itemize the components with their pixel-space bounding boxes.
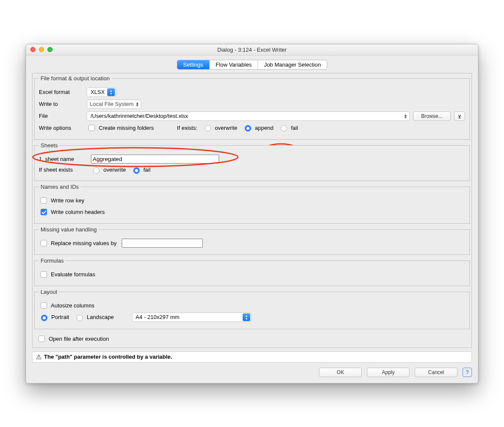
- write-options-label: Write options: [39, 125, 82, 131]
- sheet-name-input[interactable]: [91, 155, 219, 164]
- apply-button[interactable]: Apply: [367, 368, 410, 377]
- evaluate-formulas-label: Evaluate formulas: [51, 271, 95, 278]
- create-missing-checkbox[interactable]: Create missing folders: [87, 123, 154, 132]
- replace-missing-checkbox[interactable]: Replace missing values by: [39, 239, 117, 248]
- browse-button[interactable]: Browse...: [413, 111, 451, 121]
- if-exists-overwrite[interactable]: overwrite: [202, 124, 237, 132]
- if-exists-append[interactable]: append: [243, 124, 273, 132]
- dialog-buttons: OK Apply Cancel ?: [26, 365, 478, 383]
- evaluate-formulas-checkbox[interactable]: Evaluate formulas: [39, 270, 95, 279]
- if-exists-append-label: append: [255, 125, 273, 131]
- replace-missing-input[interactable]: [122, 239, 203, 248]
- excel-format-label: Excel format: [39, 89, 82, 95]
- write-row-key-label: Write row key: [51, 197, 85, 204]
- group-missing-legend: Missing value handling: [39, 226, 99, 233]
- write-to-label: Write to: [39, 101, 82, 107]
- sheet-name-label: 1. sheet name: [39, 156, 86, 162]
- excel-format-value: XLSX: [91, 89, 105, 95]
- autosize-label: Autosize columns: [51, 302, 94, 309]
- file-label: File: [39, 113, 82, 119]
- excel-format-select[interactable]: XLSX ▴▾: [87, 88, 116, 97]
- if-exists-overwrite-label: overwrite: [215, 125, 237, 131]
- group-file-format-legend: File format & output location: [39, 75, 111, 82]
- group-sheets-legend: Sheets: [39, 142, 59, 149]
- tab-flow-variables[interactable]: Flow Variables: [210, 60, 258, 69]
- chevron-updown-icon: ▴▾: [136, 102, 138, 107]
- sheet-fail-label: fail: [144, 167, 151, 173]
- group-names-legend: Names and IDs: [39, 184, 81, 190]
- chevron-updown-icon: ▴▾: [243, 313, 250, 321]
- variable-button[interactable]: V: [454, 111, 465, 121]
- replace-missing-label: Replace missing values by: [51, 240, 117, 246]
- open-after-label: Open file after execution: [49, 336, 109, 342]
- sheet-fail-radio[interactable]: fail: [131, 166, 151, 174]
- if-exists-label: If exists:: [177, 125, 197, 131]
- open-after-checkbox[interactable]: Open file after execution: [37, 334, 109, 343]
- paper-size-value: A4 - 210x297 mm: [136, 314, 180, 320]
- if-exists-fail-label: fail: [291, 125, 298, 131]
- chevron-updown-icon: ▴▾: [107, 88, 115, 96]
- dialog-window: Dialog - 3:124 - Excel Writer Settings F…: [26, 44, 478, 383]
- group-layout: Layout Autosize columns Portrait Landsca…: [34, 289, 470, 329]
- group-formulas: Formulas Evaluate formulas: [34, 257, 470, 286]
- sheet-overwrite-radio[interactable]: overwrite: [91, 166, 126, 174]
- titlebar: Dialog - 3:124 - Excel Writer: [26, 44, 478, 56]
- group-file-format: File format & output location Excel form…: [34, 75, 470, 140]
- write-to-value: Local File System: [90, 101, 134, 107]
- cancel-button[interactable]: Cancel: [415, 368, 457, 377]
- landscape-label: Landscape: [87, 314, 114, 320]
- group-layout-legend: Layout: [39, 289, 59, 295]
- file-path-combo[interactable]: /Users/kathrinmelcher/Desktop/test.xlsx …: [87, 111, 410, 121]
- group-formulas-legend: Formulas: [39, 257, 65, 264]
- if-sheet-exists-label: If sheet exists: [39, 167, 86, 173]
- write-row-key-checkbox[interactable]: Write row key: [39, 196, 85, 205]
- status-bar: ⚠ The "path" parameter is controlled by …: [32, 351, 472, 363]
- write-col-headers-label: Write column headers: [51, 209, 105, 215]
- create-missing-label: Create missing folders: [99, 125, 154, 131]
- paper-size-select[interactable]: A4 - 210x297 mm ▴▾: [132, 313, 252, 322]
- group-sheets: Sheets 1. sheet name If sheet exists ove…: [34, 142, 470, 181]
- settings-panel: File format & output location Excel form…: [32, 73, 472, 348]
- landscape-radio[interactable]: Landscape: [74, 313, 114, 321]
- write-col-headers-checkbox[interactable]: Write column headers: [39, 208, 105, 216]
- portrait-radio[interactable]: Portrait: [39, 313, 69, 321]
- warning-icon: ⚠: [36, 353, 41, 361]
- group-missing: Missing value handling Replace missing v…: [34, 226, 470, 255]
- portrait-label: Portrait: [51, 314, 69, 320]
- group-names: Names and IDs Write row key Write column…: [34, 184, 470, 224]
- file-path-value: /Users/kathrinmelcher/Desktop/test.xlsx: [91, 113, 188, 119]
- autosize-checkbox[interactable]: Autosize columns: [39, 301, 94, 310]
- tab-settings[interactable]: Settings: [177, 60, 210, 69]
- tab-bar: Settings Flow Variables Job Manager Sele…: [26, 56, 478, 73]
- tab-job-manager[interactable]: Job Manager Selection: [258, 60, 327, 69]
- help-button[interactable]: ?: [463, 368, 472, 377]
- window-title: Dialog - 3:124 - Excel Writer: [26, 47, 478, 53]
- chevron-updown-icon: ▴▾: [404, 114, 407, 119]
- sheet-overwrite-label: overwrite: [103, 167, 126, 173]
- status-text: The "path" parameter is controlled by a …: [44, 354, 172, 360]
- write-to-select[interactable]: Local File System ▴▾: [87, 99, 141, 109]
- if-exists-fail[interactable]: fail: [278, 124, 298, 132]
- ok-button[interactable]: OK: [319, 368, 362, 377]
